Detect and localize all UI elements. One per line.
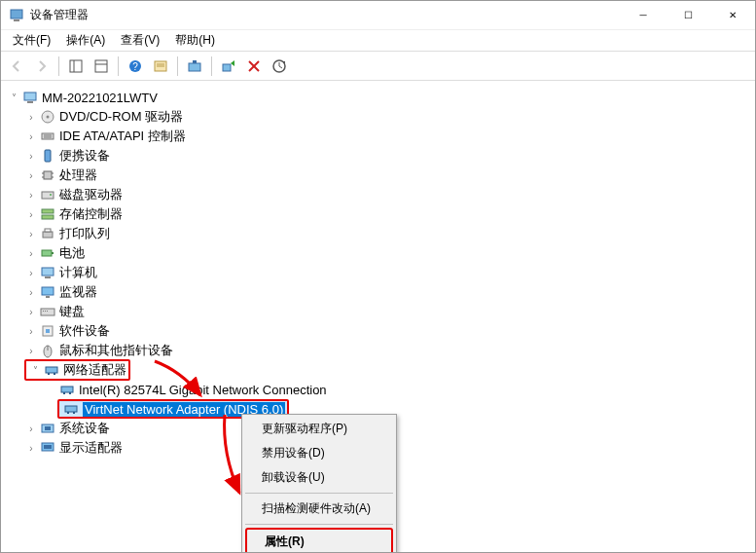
svg-rect-39 <box>45 276 51 278</box>
svg-rect-37 <box>52 252 54 254</box>
details-pane-button[interactable] <box>90 55 113 78</box>
disk-drive-icon <box>40 187 55 203</box>
monitor-icon <box>40 284 55 300</box>
category-mouse[interactable]: › 鼠标和其他指针设备 <box>1 341 755 360</box>
category-label: 存储控制器 <box>59 205 123 223</box>
svg-rect-54 <box>63 392 65 394</box>
expander-open-icon[interactable]: ˅ <box>28 363 42 377</box>
toolbar-separator <box>118 56 119 76</box>
category-dvd[interactable]: › DVD/CD-ROM 驱动器 <box>1 107 755 127</box>
window-controls: ─ ☐ ✕ <box>621 1 755 30</box>
category-network[interactable]: ˅ 网络适配器 <box>1 360 755 380</box>
maximize-button[interactable]: ☐ <box>666 1 710 30</box>
expander-closed-icon[interactable]: › <box>24 188 38 202</box>
category-ide[interactable]: › IDE ATA/ATAPI 控制器 <box>1 127 755 146</box>
expander-closed-icon[interactable]: › <box>24 441 38 455</box>
svg-rect-45 <box>47 311 48 312</box>
toolbar-separator <box>211 56 212 76</box>
computer-icon <box>22 90 38 105</box>
svg-rect-60 <box>45 426 51 430</box>
expander-closed-icon[interactable]: › <box>24 324 38 338</box>
display-adapter-icon <box>40 440 55 456</box>
back-button[interactable] <box>5 55 28 78</box>
device-intel-nic[interactable]: Intel(R) 82574L Gigabit Network Connecti… <box>1 380 755 399</box>
ctx-separator <box>245 493 393 494</box>
enable-device-button[interactable] <box>217 55 240 78</box>
svg-rect-55 <box>69 392 71 394</box>
show-pane-button[interactable] <box>64 55 88 78</box>
category-storage[interactable]: › 存储控制器 <box>1 204 755 224</box>
svg-rect-4 <box>95 60 107 72</box>
expander-closed-icon[interactable]: › <box>24 168 38 182</box>
expander-open-icon[interactable]: ˅ <box>7 91 20 104</box>
ctx-scan-hardware[interactable]: 扫描检测硬件改动(A) <box>244 497 394 521</box>
svg-rect-17 <box>24 92 36 100</box>
category-printq[interactable]: › 打印队列 <box>1 224 755 243</box>
uninstall-button[interactable] <box>242 55 266 78</box>
ctx-update-driver[interactable]: 更新驱动程序(P) <box>244 417 394 441</box>
menu-action[interactable]: 操作(A) <box>58 30 113 51</box>
svg-rect-2 <box>70 60 82 72</box>
category-label: 软件设备 <box>59 322 110 340</box>
svg-rect-1 <box>14 19 19 21</box>
expander-closed-icon[interactable]: › <box>24 149 38 163</box>
category-disk[interactable]: › 磁盘驱动器 <box>1 185 755 204</box>
expander-closed-icon[interactable]: › <box>24 207 38 221</box>
menu-file[interactable]: 文件(F) <box>5 30 58 51</box>
expander-closed-icon[interactable]: › <box>24 110 38 124</box>
context-menu: 更新驱动程序(P) 禁用设备(D) 卸载设备(U) 扫描检测硬件改动(A) 属性… <box>241 414 397 553</box>
ctx-properties[interactable]: 属性(R) <box>245 528 393 553</box>
minimize-button[interactable]: ─ <box>621 1 666 30</box>
root-label: MM-20221021LWTV <box>42 91 158 105</box>
device-label: Intel(R) 82574L Gigabit Network Connecti… <box>79 383 327 397</box>
expander-closed-icon[interactable]: › <box>24 305 38 318</box>
ctx-disable-device[interactable]: 禁用设备(D) <box>244 441 394 465</box>
svg-point-20 <box>47 116 50 119</box>
category-keyboard[interactable]: › 键盘 <box>1 302 755 321</box>
category-monitor[interactable]: › 监视器 <box>1 282 755 302</box>
category-label: IDE ATA/ATAPI 控制器 <box>59 128 186 145</box>
close-button[interactable]: ✕ <box>710 1 755 30</box>
forward-button[interactable] <box>30 55 54 78</box>
root-node[interactable]: ˅ MM-20221021LWTV <box>1 88 755 107</box>
system-device-icon <box>40 421 55 436</box>
menu-view[interactable]: 查看(V) <box>113 30 167 51</box>
expander-closed-icon[interactable]: › <box>24 422 38 435</box>
category-cpu[interactable]: › 处理器 <box>1 166 755 185</box>
properties-button[interactable] <box>149 55 172 78</box>
svg-rect-18 <box>27 101 33 103</box>
help-button[interactable]: ? <box>124 55 147 78</box>
expander-closed-icon[interactable]: › <box>24 129 38 143</box>
category-computer[interactable]: › 计算机 <box>1 263 755 282</box>
svg-rect-41 <box>46 296 50 298</box>
svg-rect-51 <box>48 373 50 375</box>
mouse-icon <box>40 343 55 358</box>
category-label: DVD/CD-ROM 驱动器 <box>59 108 183 126</box>
svg-rect-56 <box>65 406 77 412</box>
svg-rect-34 <box>43 232 53 238</box>
svg-rect-42 <box>41 309 54 315</box>
category-battery[interactable]: › 电池 <box>1 243 755 263</box>
expander-closed-icon[interactable]: › <box>24 344 38 357</box>
expander-closed-icon[interactable]: › <box>24 246 38 260</box>
category-label: 网络适配器 <box>63 361 126 379</box>
ctx-uninstall-device[interactable]: 卸载设备(U) <box>244 465 394 490</box>
expander-closed-icon[interactable]: › <box>24 266 38 279</box>
category-portable[interactable]: › 便携设备 <box>1 146 755 166</box>
svg-rect-35 <box>45 229 51 232</box>
category-label: 监视器 <box>59 283 97 301</box>
svg-rect-30 <box>42 192 54 199</box>
software-device-icon <box>40 323 55 339</box>
scan-hardware-button[interactable] <box>183 55 206 78</box>
processor-icon <box>40 167 55 183</box>
category-software[interactable]: › 软件设备 <box>1 321 755 341</box>
expander-closed-icon[interactable]: › <box>24 227 38 240</box>
expander-closed-icon[interactable]: › <box>24 285 38 299</box>
category-label: 打印队列 <box>59 225 110 242</box>
menu-help[interactable]: 帮助(H) <box>167 30 223 51</box>
svg-rect-62 <box>44 445 52 449</box>
svg-rect-57 <box>67 412 69 414</box>
update-driver-button[interactable] <box>268 55 291 78</box>
svg-point-31 <box>50 194 52 196</box>
svg-rect-50 <box>46 367 57 373</box>
